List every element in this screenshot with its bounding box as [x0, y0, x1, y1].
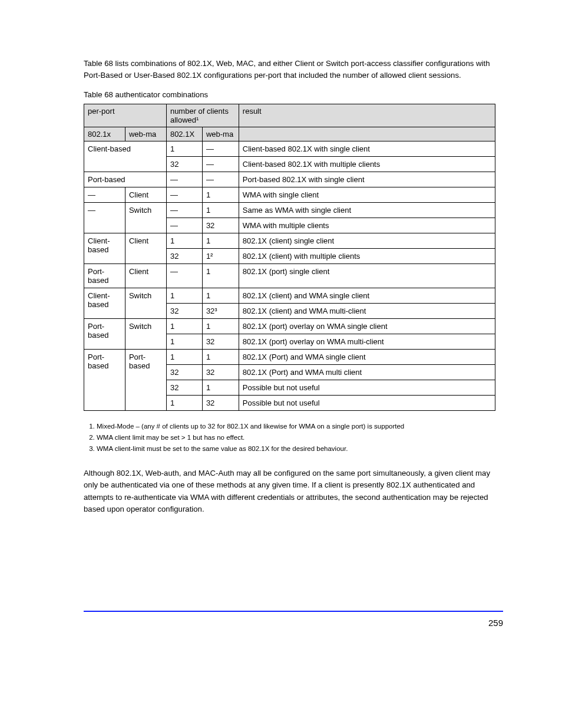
table-cell: Possible but not useful — [239, 380, 495, 395]
table-cell: Client-based 802.1X with multiple client… — [239, 156, 495, 172]
table-cell: 1 — [166, 233, 202, 248]
intro-paragraph: Table 68 lists combinations of 802.1X, W… — [84, 58, 503, 82]
table-cell: Port-based — [125, 349, 166, 410]
table-cell: 1 — [202, 187, 239, 202]
table-cell: 802.1X (port) overlay on WMA multi-clien… — [239, 334, 495, 349]
table-row: Port-basedPort-based11802.1X (Port) and … — [84, 349, 495, 364]
table-cell: 1 — [202, 202, 239, 218]
table-cell: 32 — [202, 334, 239, 349]
table-row: Port-based——Port-based 802.1X with singl… — [84, 172, 495, 187]
table-cell: — — [84, 187, 125, 202]
table-cell: 802.1X (client) with multiple clients — [239, 248, 495, 263]
table-title: Table 68 authenticator combinations — [84, 90, 503, 99]
th-num-clients: number of clients allowed¹ — [166, 104, 239, 127]
authenticator-combinations-table: per-port number of clients allowed¹ resu… — [84, 104, 495, 411]
table-cell: 1 — [166, 141, 202, 156]
table-row: Port-basedClient—1802.1X (port) single c… — [84, 263, 495, 288]
table-cell: Switch — [125, 288, 166, 318]
table-row: —Switch—1Same as WMA with single client — [84, 202, 495, 218]
table-cell: Client-based — [84, 141, 167, 172]
table-cell: Client-based 802.1X with single client — [239, 141, 495, 156]
post-paragraph: Although 802.1X, Web-auth, and MAC-Auth … — [84, 467, 503, 516]
page-footer: 259 — [84, 611, 503, 628]
footnote-item: Mixed-Mode – (any # of clients up to 32 … — [97, 421, 503, 431]
table-cell: — — [166, 202, 202, 218]
table-cell: 1 — [166, 349, 202, 364]
table-cell: Port-based — [84, 172, 167, 187]
table-cell: 32 — [202, 364, 239, 380]
table-cell: — — [166, 187, 202, 202]
table-cell: 802.1X (client) and WMA multi-client — [239, 303, 495, 318]
table-header-row-group: per-port number of clients allowed¹ resu… — [84, 104, 495, 127]
table-cell: 32 — [202, 395, 239, 410]
table-cell: — — [202, 141, 239, 156]
table-cell: 802.1X (client) and WMA single client — [239, 288, 495, 303]
table-cell: 1² — [202, 248, 239, 263]
table-cell: 32 — [166, 380, 202, 395]
table-cell: 1 — [202, 380, 239, 395]
th-8021x-1: 802.1x — [84, 127, 125, 141]
table-cell: 802.1X (port) overlay on WMA single clie… — [239, 318, 495, 334]
th-per-port: per-port — [84, 104, 167, 127]
table-cell: 32 — [202, 218, 239, 233]
table-cell: 32 — [166, 248, 202, 263]
table-cell: Client-based — [84, 288, 125, 318]
table-row: —Client—1WMA with single client — [84, 187, 495, 202]
table-cell: Port-based — [84, 349, 125, 410]
table-cell: 1 — [166, 334, 202, 349]
table-row: Client-based1—Client-based 802.1X with s… — [84, 141, 495, 156]
table-cell: — — [166, 263, 202, 288]
th-result: result — [239, 104, 495, 127]
table-cell: 1 — [202, 349, 239, 364]
table-cell: — — [202, 172, 239, 187]
th-8021x-2: 802.1X — [166, 127, 202, 141]
table-cell: — — [166, 218, 202, 233]
table-cell: 802.1X (client) single client — [239, 233, 495, 248]
table-cell: — — [202, 156, 239, 172]
table-cell: 1 — [202, 233, 239, 248]
table-cell: 1 — [166, 288, 202, 303]
table-cell: Switch — [125, 318, 166, 349]
table-cell: 802.1X (Port) and WMA multi client — [239, 364, 495, 380]
table-cell: WMA with multiple clients — [239, 218, 495, 233]
table-row: Client-basedClient11802.1X (client) sing… — [84, 233, 495, 248]
footnotes: Mixed-Mode – (any # of clients up to 32 … — [84, 421, 503, 454]
table-cell: 1 — [166, 395, 202, 410]
footnote-item: WMA client-limit must be set to the same… — [97, 444, 503, 454]
table-cell: 1 — [166, 318, 202, 334]
table-cell: Switch — [125, 202, 166, 233]
table-cell: Port-based 802.1X with single client — [239, 172, 495, 187]
table-cell: Client — [125, 233, 166, 263]
table-row: Client-basedSwitch11802.1X (client) and … — [84, 288, 495, 303]
table-row: Port-basedSwitch11802.1X (port) overlay … — [84, 318, 495, 334]
footnote-item: WMA client limit may be set > 1 but has … — [97, 433, 503, 443]
th-webma-2: web-ma — [202, 127, 239, 141]
table-cell: 32 — [166, 364, 202, 380]
table-cell: 32³ — [202, 303, 239, 318]
table-cell: 802.1X (port) single client — [239, 263, 495, 288]
table-cell: Same as WMA with single client — [239, 202, 495, 218]
table-cell: 32 — [166, 303, 202, 318]
table-cell: 1 — [202, 263, 239, 288]
th-webma-1: web-ma — [125, 127, 166, 141]
table-cell: 1 — [202, 288, 239, 303]
table-cell: 1 — [202, 318, 239, 334]
table-cell: — — [84, 202, 125, 233]
table-cell: 802.1X (Port) and WMA single client — [239, 349, 495, 364]
table-header-row-sub: 802.1x web-ma 802.1X web-ma — [84, 127, 495, 141]
table-cell: Port-based — [84, 263, 125, 288]
table-cell: 32 — [166, 156, 202, 172]
table-cell: WMA with single client — [239, 187, 495, 202]
table-cell: Port-based — [84, 318, 125, 349]
page-number: 259 — [84, 612, 503, 628]
table-cell: Client-based — [84, 233, 125, 263]
th-result-blank — [239, 127, 495, 141]
table-cell: — — [166, 172, 202, 187]
table-cell: Client — [125, 187, 166, 202]
th-num-clients-label: number of clients allowed¹ — [170, 107, 229, 124]
table-cell: Client — [125, 263, 166, 288]
table-cell: Possible but not useful — [239, 395, 495, 410]
